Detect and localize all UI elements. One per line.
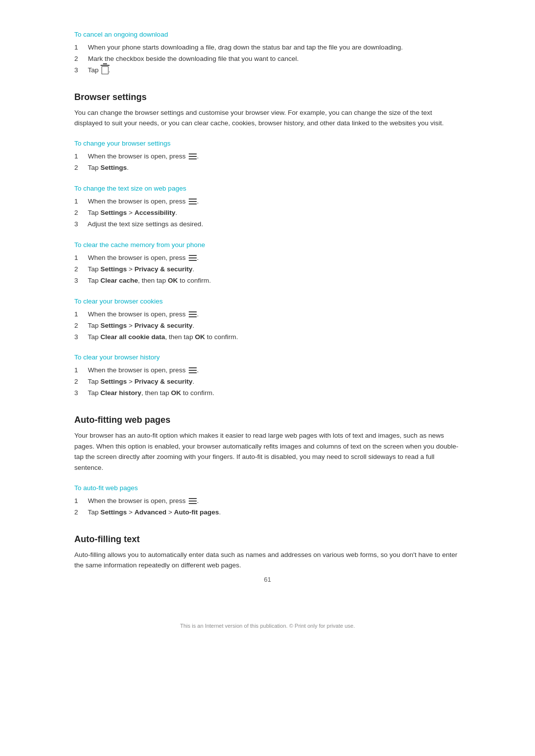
svg-rect-16 — [189, 501, 197, 502]
clear-cookies-steps: 1 When the browser is open, press . 2 — [74, 309, 461, 343]
browser-settings-section: Browser settings You can change the brow… — [74, 92, 461, 399]
auto-fit-steps: 1 When the browser is open, press . 2 — [74, 496, 461, 518]
step-item: 1 When the browser is open, press . — [74, 496, 461, 507]
page-number: 61 — [74, 576, 461, 583]
menu-icon — [189, 365, 197, 376]
step-item: 2 Tap Settings. — [74, 162, 461, 174]
step-item: 2 Tap Settings > Privacy & security. — [74, 376, 461, 388]
step-item: 2 Mark the checkbox beside the downloadi… — [74, 53, 461, 65]
clear-cache-steps: 1 When the browser is open, press . 2 — [74, 252, 461, 287]
svg-rect-14 — [189, 372, 197, 373]
cancel-download-title: To cancel an ongoing download — [74, 31, 461, 38]
change-settings-title: To change your browser settings — [74, 140, 461, 147]
auto-filling-intro: Auto-filling allows you to automatically… — [74, 550, 461, 571]
text-size-steps: 1 When the browser is open, press . 2 — [74, 196, 461, 230]
cancel-download-steps: 1 When your phone starts downloading a f… — [74, 42, 461, 76]
clear-cookies-title: To clear your browser cookies — [74, 298, 461, 305]
menu-icon — [189, 151, 197, 162]
step-item: 3 Adjust the text size settings as desir… — [74, 219, 461, 230]
step-item: 3 Tap . — [74, 65, 461, 76]
clear-history-title: To clear your browser history — [74, 353, 461, 361]
svg-rect-9 — [189, 311, 197, 312]
step-item: 1 When the browser is open, press . — [74, 252, 461, 264]
step-item: 1 When the browser is open, press . — [74, 365, 461, 376]
text-size-title: To change the text size on web pages — [74, 185, 461, 192]
change-settings-subsection: To change your browser settings 1 When t… — [74, 140, 461, 174]
svg-rect-4 — [189, 201, 197, 202]
svg-rect-17 — [189, 503, 197, 504]
auto-filling-section: Auto-filling text Auto-filling allows yo… — [74, 534, 461, 571]
cancel-download-section: To cancel an ongoing download 1 When you… — [74, 31, 461, 76]
svg-rect-0 — [189, 153, 197, 154]
step-item: 3 Tap Clear all cookie data, then tap OK… — [74, 332, 461, 343]
clear-history-steps: 1 When the browser is open, press . 2 — [74, 365, 461, 399]
svg-rect-11 — [189, 316, 197, 317]
svg-rect-12 — [189, 367, 197, 368]
svg-rect-10 — [189, 314, 197, 315]
svg-rect-5 — [189, 203, 197, 204]
step-item: 1 When the browser is open, press . — [74, 309, 461, 320]
svg-rect-6 — [189, 255, 197, 256]
auto-fit-title: To auto-fit web pages — [74, 484, 461, 492]
browser-settings-heading: Browser settings — [74, 92, 461, 102]
step-item: 1 When your phone starts downloading a f… — [74, 42, 461, 53]
svg-rect-1 — [189, 156, 197, 157]
svg-rect-3 — [189, 199, 197, 200]
page-content: To cancel an ongoing download 1 When you… — [74, 0, 461, 658]
step-item: 3 Tap Clear cache, then tap OK to confir… — [74, 275, 461, 287]
auto-fit-subsection: To auto-fit web pages 1 When the browser… — [74, 484, 461, 518]
clear-cache-title: To clear the cache memory from your phon… — [74, 241, 461, 249]
step-item: 2 Tap Settings > Privacy & security. — [74, 264, 461, 275]
step-item: 2 Tap Settings > Privacy & security. — [74, 320, 461, 332]
clear-history-subsection: To clear your browser history 1 When the… — [74, 353, 461, 399]
step-item: 1 When the browser is open, press . — [74, 151, 461, 162]
menu-icon — [189, 252, 197, 264]
page-footer: This is an Internet version of this publ… — [74, 623, 461, 629]
menu-icon — [189, 496, 197, 507]
menu-icon — [189, 196, 197, 207]
svg-rect-2 — [189, 158, 197, 159]
step-item: 2 Tap Settings > Accessibility. — [74, 207, 461, 219]
svg-rect-8 — [189, 260, 197, 261]
menu-icon — [189, 309, 197, 320]
step-item: 1 When the browser is open, press . — [74, 196, 461, 207]
auto-fitting-section: Auto-fitting web pages Your browser has … — [74, 415, 461, 518]
clear-cookies-subsection: To clear your browser cookies 1 When the… — [74, 298, 461, 343]
trash-icon — [102, 66, 108, 74]
auto-fitting-heading: Auto-fitting web pages — [74, 415, 461, 425]
step-item: 3 Tap Clear history, then tap OK to conf… — [74, 388, 461, 399]
step-item: 2 Tap Settings > Advanced > Auto-fit pag… — [74, 507, 461, 518]
text-size-subsection: To change the text size on web pages 1 W… — [74, 185, 461, 230]
svg-rect-15 — [189, 498, 197, 499]
auto-fitting-intro: Your browser has an auto-fit option whic… — [74, 430, 461, 473]
browser-settings-intro: You can change the browser settings and … — [74, 107, 461, 129]
svg-rect-7 — [189, 257, 197, 258]
auto-filling-heading: Auto-filling text — [74, 534, 461, 545]
change-settings-steps: 1 When the browser is open, press . 2 — [74, 151, 461, 174]
svg-rect-13 — [189, 370, 197, 371]
clear-cache-subsection: To clear the cache memory from your phon… — [74, 241, 461, 287]
